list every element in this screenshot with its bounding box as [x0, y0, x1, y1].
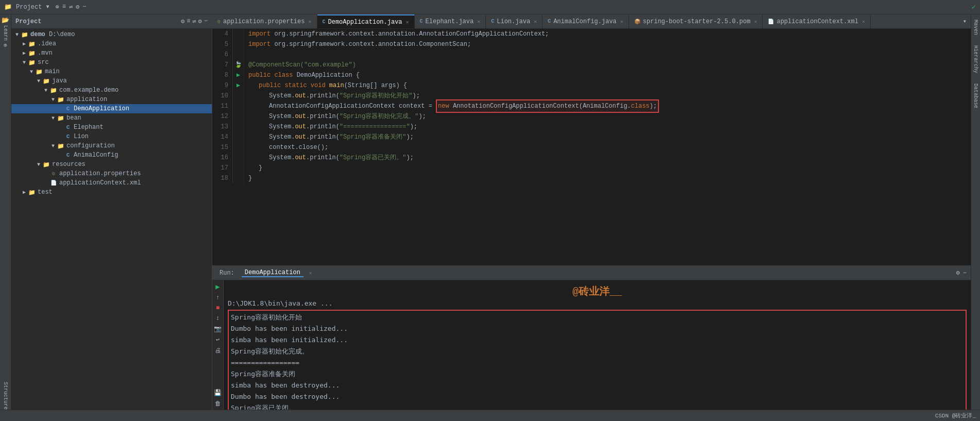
- tree-item-app-props[interactable]: ▶ ⚙ application.properties: [11, 169, 212, 178]
- java-icon-demo-app: C: [64, 105, 72, 113]
- tree-item-lion[interactable]: ▶ C Lion: [11, 132, 212, 141]
- run-rerun-icon[interactable]: ↑: [216, 294, 219, 301]
- folder-icon-com-example: 📁: [49, 86, 58, 94]
- bottom-panel-header: Run: DemoApplication ✕ ⚙ −: [212, 266, 971, 280]
- toolbar-icon-5[interactable]: −: [82, 3, 86, 11]
- folder-icon-resources: 📁: [42, 160, 50, 169]
- tab-close-pom[interactable]: ✕: [754, 19, 757, 25]
- code-line-5: import org.springframework.context.annot…: [248, 39, 971, 49]
- run-tab-close[interactable]: ✕: [309, 270, 312, 276]
- props-icon-app: ⚙: [49, 170, 58, 178]
- tree-arrow-mvn[interactable]: ▶: [21, 50, 28, 56]
- run-scroll-icon[interactable]: ↕: [216, 315, 219, 322]
- run-play-icon[interactable]: ▶: [215, 282, 219, 291]
- left-icon-1[interactable]: 📂: [2, 16, 9, 24]
- tree-label-resources: resources: [52, 161, 86, 168]
- right-database-label[interactable]: Database: [972, 80, 979, 111]
- gutter-run-9[interactable]: ▶: [233, 80, 244, 91]
- tab-close-demo-app[interactable]: ✕: [406, 19, 409, 25]
- tab-animal-config[interactable]: C AnimalConfig.java ✕: [543, 14, 629, 29]
- run-trash-icon[interactable]: 🗑: [215, 400, 221, 408]
- run-output: @砖业洋__ D:\JDK1.8\bin\java.exe ... Spring…: [224, 280, 971, 410]
- tab-demo-app[interactable]: C DemoApplication.java ✕: [317, 14, 415, 29]
- tree-arrow-application[interactable]: ▼: [49, 97, 57, 103]
- tab-label-app-props: application.properties: [223, 18, 305, 25]
- run-wrap-icon[interactable]: ↩: [216, 336, 219, 344]
- tab-close-elephant[interactable]: ✕: [477, 19, 480, 25]
- tree-item-com-example[interactable]: ▼ 📁 com.example.demo: [11, 86, 212, 95]
- tree-label-lion: Lion: [74, 133, 89, 140]
- tree-item-mvn[interactable]: ▶ 📁 .mvn: [11, 48, 212, 58]
- folder-icon: 📁: [4, 3, 12, 11]
- tree-item-src[interactable]: ▼ 📁 src: [11, 58, 212, 67]
- tab-more-button[interactable]: ▾: [959, 18, 971, 25]
- tab-icon-lion: C: [491, 19, 494, 24]
- right-hierarchy-label[interactable]: Hierarchy: [972, 42, 979, 76]
- toolbar-icon-2[interactable]: ≡: [62, 3, 66, 11]
- tab-close-lion[interactable]: ✕: [534, 19, 537, 25]
- project-title: Project: [16, 4, 42, 11]
- panel-icon-settings[interactable]: ⚙: [198, 18, 202, 25]
- tree-item-test[interactable]: ▶ 📁 test: [11, 188, 212, 197]
- tab-app-xml[interactable]: 📄 applicationContext.xml ✕: [763, 14, 870, 29]
- left-icon-structure[interactable]: Structure: [3, 382, 8, 410]
- tree-item-animal-config[interactable]: ▶ C AnimalConfig: [11, 150, 212, 160]
- tree-arrow-demo[interactable]: ▼: [13, 32, 21, 38]
- run-app-name[interactable]: DemoApplication: [242, 269, 303, 277]
- tree-arrow-main[interactable]: ▼: [28, 69, 35, 75]
- run-print-icon[interactable]: 🖨: [215, 347, 221, 355]
- tree-arrow-src[interactable]: ▼: [21, 60, 28, 65]
- tree-item-demo-application[interactable]: ▶ C DemoApplication: [11, 104, 212, 113]
- tree-item-application[interactable]: ▼ 📁 application: [11, 95, 212, 104]
- tab-app-props[interactable]: ⚙ application.properties ✕: [212, 14, 317, 29]
- left-icon-learn[interactable]: Learn: [3, 25, 8, 41]
- tree-item-java[interactable]: ▼ 📁 java: [11, 76, 212, 86]
- tree-arrow-java[interactable]: ▼: [35, 78, 42, 84]
- left-icon-3[interactable]: ⊕: [4, 42, 7, 48]
- tree-item-main[interactable]: ▼ 📁 main: [11, 67, 212, 76]
- tree-arrow-bean[interactable]: ▼: [49, 115, 57, 121]
- tab-close-app-props[interactable]: ✕: [308, 19, 311, 25]
- tree-arrow-config[interactable]: ▼: [49, 143, 57, 149]
- tab-close-app-xml[interactable]: ✕: [862, 19, 865, 25]
- tab-pom[interactable]: 📦 spring-boot-starter-2.5.0.pom ✕: [629, 14, 763, 29]
- toolbar-icon-3[interactable]: ⇌: [69, 3, 73, 11]
- toolbar-icon-4[interactable]: ⚙: [76, 3, 79, 11]
- panel-icon-close[interactable]: −: [204, 18, 208, 25]
- tab-icon-animal-config: C: [548, 19, 551, 24]
- tree-arrow-test[interactable]: ▶: [21, 189, 28, 195]
- panel-icon-expand[interactable]: ≡: [187, 18, 190, 25]
- run-stop-icon[interactable]: ■: [216, 305, 219, 312]
- right-maven-label[interactable]: Maven: [972, 16, 979, 38]
- panel-icon-cog[interactable]: ⚙: [181, 18, 184, 25]
- code-line-17: }: [248, 163, 971, 173]
- panel-icon-arrows[interactable]: ⇌: [192, 18, 196, 25]
- tree-arrow-resources[interactable]: ▼: [35, 162, 42, 167]
- run-camera-icon[interactable]: 📷: [214, 325, 222, 333]
- tree-item-idea[interactable]: ▶ 📁 .idea: [11, 39, 212, 48]
- tree-item-demo[interactable]: ▼ 📁 demo D:\demo: [11, 30, 212, 39]
- line-num-16: 16: [214, 153, 228, 163]
- minimize-icon-bottom[interactable]: −: [963, 270, 967, 277]
- tab-elephant[interactable]: C Elephant.java ✕: [415, 14, 486, 29]
- tree-arrow-com-example[interactable]: ▼: [42, 88, 49, 93]
- tree-item-elephant[interactable]: ▶ C Elephant: [11, 123, 212, 132]
- tree-item-app-xml[interactable]: ▶ 📄 applicationContext.xml: [11, 178, 212, 188]
- settings-icon-bottom[interactable]: ⚙: [956, 269, 960, 277]
- line-num-15: 15: [214, 142, 228, 153]
- tab-icon-app-props: ⚙: [217, 19, 221, 25]
- dropdown-icon[interactable]: ▼: [46, 4, 49, 10]
- toolbar-icon-1[interactable]: ⊕: [55, 3, 59, 11]
- tree-item-configuration[interactable]: ▼ 📁 configuration: [11, 141, 212, 150]
- output-line-6: Spring容器准备关闭: [231, 368, 964, 380]
- tree-arrow-idea[interactable]: ▶: [21, 41, 28, 47]
- tree-item-bean[interactable]: ▼ 📁 bean: [11, 113, 212, 123]
- gutter-run-8[interactable]: ▶: [233, 70, 244, 80]
- tab-lion[interactable]: C Lion.java ✕: [486, 14, 543, 29]
- code-editor[interactable]: 4 5 6 7 8 9 10 11 12 13 14 15 16 17 18: [212, 29, 971, 265]
- tab-close-animal-config[interactable]: ✕: [620, 19, 623, 25]
- output-line-3: simba has been initialized...: [231, 334, 964, 346]
- run-save-icon[interactable]: 💾: [214, 389, 222, 397]
- tree-label-demo-app: DemoApplication: [74, 105, 129, 112]
- tree-item-resources[interactable]: ▼ 📁 resources: [11, 160, 212, 169]
